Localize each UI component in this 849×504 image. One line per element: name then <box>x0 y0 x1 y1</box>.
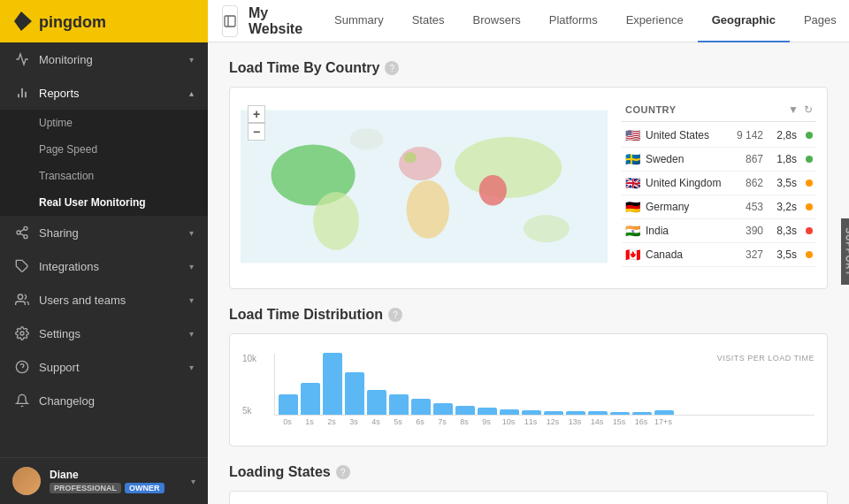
sidebar-item-uptime[interactable]: Uptime <box>0 110 208 136</box>
loading-states-info-icon[interactable]: ? <box>336 465 350 479</box>
sidebar-item-users-teams[interactable]: Users and teams ▾ <box>0 283 208 317</box>
topbar: My Website Summary States Browsers Platf… <box>208 0 849 42</box>
tab-geographic[interactable]: Geographic <box>698 0 790 42</box>
sidebar-item-page-speed[interactable]: Page Speed <box>0 136 208 163</box>
distribution-title: Load Time Distribution <box>229 307 383 323</box>
sidebar-item-transaction[interactable]: Transaction <box>0 163 208 189</box>
svg-point-24 <box>524 215 570 242</box>
sidebar-item-rum[interactable]: Real User Monitoring <box>0 189 208 216</box>
svg-point-20 <box>399 147 441 180</box>
x-label: 15s <box>609 417 629 426</box>
x-label: 5s <box>388 417 408 426</box>
loading-states-header: Loading States ? <box>229 464 828 480</box>
chevron-icon: ▾ <box>189 55 194 65</box>
tab-platforms[interactable]: Platforms <box>535 0 612 42</box>
x-label: 7s <box>432 417 452 426</box>
sidebar-item-monitoring[interactable]: Monitoring ▾ <box>0 42 208 76</box>
country-count: 390 <box>730 225 763 237</box>
x-label: 1s <box>300 417 319 426</box>
chart-bar <box>654 410 674 415</box>
chart-bars <box>274 354 815 416</box>
flag-se: 🇸🇪 <box>625 152 640 166</box>
owner-badge: OWNER <box>125 483 164 493</box>
sidebar-item-support[interactable]: Support ▾ <box>0 350 208 384</box>
content-area: Load Time By Country ? + − <box>208 42 849 504</box>
chart-bar <box>433 403 453 415</box>
flag-gb: 🇬🇧 <box>625 176 640 190</box>
status-dot <box>806 251 813 258</box>
user-profile[interactable]: Diane PROFESSIONAL OWNER ▾ <box>0 457 208 504</box>
chart-bar <box>389 394 409 415</box>
puzzle-icon <box>14 258 30 274</box>
distribution-chart: VISITS PER LOAD TIME 10k 5k 0s1s2s3s4s5s… <box>229 333 828 447</box>
x-label: 14s <box>587 417 607 426</box>
flag-in: 🇮🇳 <box>625 224 640 238</box>
flag-de: 🇩🇪 <box>625 200 640 214</box>
table-header-title: COUNTRY <box>625 104 676 115</box>
sidebar-item-sharing[interactable]: Sharing ▾ <box>0 216 208 249</box>
support-tab[interactable]: SUPPORT <box>841 218 850 285</box>
sort-icon[interactable]: ▼ <box>788 103 799 116</box>
svg-point-5 <box>24 226 27 230</box>
chart-bar <box>279 394 298 415</box>
svg-text:pingdom: pingdom <box>39 13 106 31</box>
chart-bar <box>367 390 386 415</box>
loading-states-container: 0,63s Network 0,71s Backend <box>229 491 828 504</box>
chart-bar <box>500 409 519 415</box>
chevron-up-icon: ▴ <box>189 88 194 98</box>
bell-icon <box>14 393 30 409</box>
svg-rect-15 <box>225 16 235 27</box>
tab-summary[interactable]: Summary <box>320 0 398 42</box>
flag-us: 🇺🇸 <box>625 128 640 142</box>
chart-bar <box>588 411 608 415</box>
zoom-out-button[interactable]: − <box>248 123 265 141</box>
distribution-info-icon[interactable]: ? <box>388 308 402 322</box>
sidebar-item-reports[interactable]: Reports ▴ <box>0 76 208 110</box>
tab-states[interactable]: States <box>398 0 459 42</box>
tab-browsers[interactable]: Browsers <box>459 0 535 42</box>
y-label-max: 10k <box>242 354 256 363</box>
country-count: 862 <box>730 177 763 189</box>
status-dot <box>806 227 813 234</box>
map-area: + − <box>241 98 608 278</box>
refresh-icon[interactable]: ↻ <box>804 103 813 116</box>
svg-point-7 <box>24 235 27 239</box>
country-time: 3,5s <box>769 248 797 261</box>
chart-bar <box>522 410 541 415</box>
country-name: Sweden <box>646 153 724 165</box>
chart-bar <box>566 411 585 415</box>
map-controls: + − <box>248 105 265 141</box>
map-container: + − <box>229 87 828 289</box>
map-info-icon[interactable]: ? <box>385 61 399 75</box>
logo[interactable]: pingdom <box>0 0 208 42</box>
svg-point-22 <box>455 137 562 198</box>
chart-bar <box>345 372 364 415</box>
country-time: 8,3s <box>769 225 797 237</box>
chart-legend: VISITS PER LOAD TIME <box>717 354 815 363</box>
sidebar-item-settings[interactable]: Settings ▾ <box>0 317 208 350</box>
x-label: 13s <box>565 417 585 426</box>
x-label: 9s <box>477 417 496 426</box>
topbar-tabs: Summary States Browsers Platforms Experi… <box>320 0 849 42</box>
x-label: 4s <box>366 417 386 426</box>
sidebar-toggle[interactable] <box>222 5 238 37</box>
chart-area: VISITS PER LOAD TIME 10k 5k 0s1s2s3s4s5s… <box>242 354 815 433</box>
chart-bar <box>301 383 320 415</box>
svg-point-6 <box>17 231 20 234</box>
chevron-icon: ▾ <box>189 262 194 271</box>
sidebar-item-integrations[interactable]: Integrations ▾ <box>0 249 208 283</box>
zoom-in-button[interactable]: + <box>248 105 265 123</box>
table-row: 🇮🇳 India 390 8,3s <box>622 219 816 243</box>
tab-pages[interactable]: Pages <box>790 0 849 42</box>
x-label: 10s <box>499 417 518 426</box>
x-axis-labels: 0s1s2s3s4s5s6s7s8s9s10s11s12s13s14s15s16… <box>274 417 815 426</box>
x-label: 8s <box>455 417 474 426</box>
svg-point-25 <box>404 152 417 163</box>
tab-experience[interactable]: Experience <box>612 0 698 42</box>
chart-bar <box>610 412 630 415</box>
help-icon <box>14 359 30 375</box>
sidebar-item-changelog[interactable]: Changelog <box>0 384 208 417</box>
chart-bar <box>478 408 497 415</box>
chevron-icon: ▾ <box>189 363 194 372</box>
country-time: 3,5s <box>769 177 797 189</box>
